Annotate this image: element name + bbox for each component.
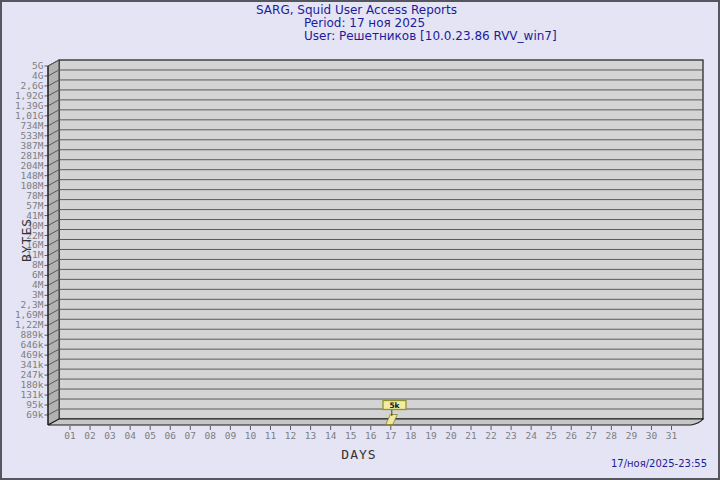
x-axis-title: DAYS: [341, 447, 376, 462]
chart-floor: [48, 419, 703, 425]
x-axis-tick-label: 31: [666, 430, 678, 441]
x-axis-tick-label: 03: [104, 430, 115, 441]
x-axis-tick-label: 11: [265, 430, 277, 441]
y-axis-title: BYTES: [19, 218, 34, 262]
chart-canvas: 5G4G2,6G1,92G1,39G1,01G734M533M387M281M2…: [2, 2, 720, 480]
x-axis-tick-label: 18: [405, 430, 417, 441]
x-axis-tick-label: 08: [205, 430, 217, 441]
x-axis-tick-label: 06: [165, 430, 177, 441]
x-axis-tick-label: 28: [606, 430, 618, 441]
x-axis-tick-label: 29: [626, 430, 638, 441]
bar-value-label: 5k: [389, 401, 400, 410]
y-axis-tick-label: 69k: [26, 409, 43, 420]
x-axis-tick-label: 16: [365, 430, 377, 441]
x-axis-tick-label: 26: [566, 430, 578, 441]
x-axis-tick-label: 24: [525, 430, 537, 441]
x-axis-tick-label: 13: [305, 430, 316, 441]
x-axis-tick-label: 30: [646, 430, 658, 441]
x-axis-tick-label: 10: [245, 430, 257, 441]
x-axis-tick-label: 12: [285, 430, 296, 441]
x-axis-tick-label: 23: [505, 430, 516, 441]
x-axis-tick-label: 04: [124, 430, 136, 441]
x-axis-tick-label: 02: [84, 430, 95, 441]
sarg-report-page: SARG, Squid User Access Reports Period: …: [0, 0, 720, 480]
x-axis-tick-label: 09: [225, 430, 237, 441]
x-axis-tick-label: 21: [465, 430, 477, 441]
x-axis-tick-label: 19: [425, 430, 437, 441]
x-axis-tick-label: 15: [345, 430, 356, 441]
x-axis-tick-label: 17: [385, 430, 396, 441]
x-axis-tick-label: 22: [485, 430, 496, 441]
x-axis-tick-label: 27: [586, 430, 597, 441]
x-axis-tick-label: 07: [185, 430, 196, 441]
x-axis-tick-label: 25: [545, 430, 556, 441]
x-axis-tick-label: 20: [445, 430, 457, 441]
x-axis-tick-label: 05: [144, 430, 155, 441]
x-axis-tick-label: 01: [64, 430, 76, 441]
report-timestamp: 17/ноя/2025-23:55: [611, 458, 707, 469]
x-axis-tick-label: 14: [325, 430, 337, 441]
